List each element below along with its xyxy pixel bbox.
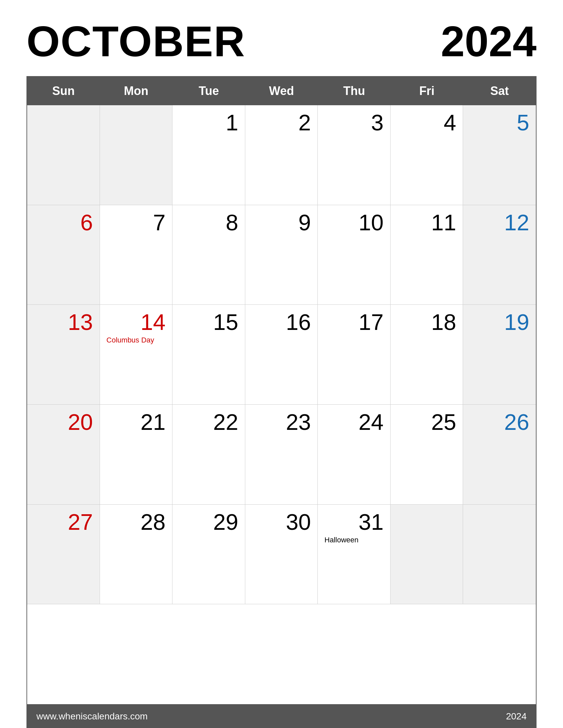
footer-website: www.wheniscalendars.com <box>36 711 148 722</box>
cell-w5-sat <box>463 505 536 605</box>
cell-oct-7: 7 <box>100 205 173 305</box>
date-28: 28 <box>107 511 166 533</box>
date-18: 18 <box>397 311 456 333</box>
date-4: 4 <box>397 111 456 134</box>
cell-oct-20: 20 <box>27 405 100 505</box>
date-29: 29 <box>179 511 238 533</box>
cell-oct-29: 29 <box>172 505 245 605</box>
calendar-header: OCTOBER 2024 <box>26 20 537 63</box>
header-sun: Sun <box>27 77 100 105</box>
cell-oct-23: 23 <box>245 405 318 505</box>
header-wed: Wed <box>245 77 318 105</box>
header-mon: Mon <box>100 77 173 105</box>
cell-oct-11: 11 <box>391 205 463 305</box>
cell-oct-1: 1 <box>172 105 245 205</box>
cell-oct-2: 2 <box>245 105 318 205</box>
cell-oct-16: 16 <box>245 305 318 405</box>
cell-oct-12: 12 <box>463 205 536 305</box>
cell-oct-3: 3 <box>318 105 391 205</box>
cell-oct-14: 14 Columbus Day <box>100 305 173 405</box>
date-5: 5 <box>470 111 529 134</box>
date-16: 16 <box>252 311 311 333</box>
cell-oct-17: 17 <box>318 305 391 405</box>
cell-oct-4: 4 <box>391 105 463 205</box>
date-10: 10 <box>324 211 384 234</box>
date-13: 13 <box>34 311 93 333</box>
cell-oct-26: 26 <box>463 405 536 505</box>
date-30: 30 <box>252 511 311 533</box>
cell-w1-mon <box>100 105 173 205</box>
date-19: 19 <box>470 311 529 333</box>
cell-oct-8: 8 <box>172 205 245 305</box>
cell-oct-22: 22 <box>172 405 245 505</box>
date-8: 8 <box>179 211 238 234</box>
header-sat: Sat <box>463 77 536 105</box>
cell-oct-30: 30 <box>245 505 318 605</box>
date-2: 2 <box>252 111 311 134</box>
cell-oct-21: 21 <box>100 405 173 505</box>
date-31: 31 <box>324 511 384 533</box>
cell-oct-19: 19 <box>463 305 536 405</box>
date-9: 9 <box>252 211 311 234</box>
cell-oct-6: 6 <box>27 205 100 305</box>
cell-oct-15: 15 <box>172 305 245 405</box>
cell-oct-9: 9 <box>245 205 318 305</box>
date-22: 22 <box>179 411 238 433</box>
cell-oct-24: 24 <box>318 405 391 505</box>
date-6: 6 <box>34 211 93 234</box>
footer-year: 2024 <box>506 711 527 722</box>
cell-oct-5: 5 <box>463 105 536 205</box>
cell-w1-sun <box>27 105 100 205</box>
date-23: 23 <box>252 411 311 433</box>
calendar-grid: 1 2 3 4 5 6 7 8 9 10 11 <box>27 105 536 704</box>
date-15: 15 <box>179 311 238 333</box>
date-12: 12 <box>470 211 529 234</box>
date-21: 21 <box>107 411 166 433</box>
header-fri: Fri <box>391 77 463 105</box>
cell-oct-27: 27 <box>27 505 100 605</box>
header-thu: Thu <box>318 77 391 105</box>
header-tue: Tue <box>172 77 245 105</box>
month-title: OCTOBER <box>26 20 246 63</box>
day-headers: Sun Mon Tue Wed Thu Fri Sat <box>27 77 536 105</box>
date-14: 14 <box>107 311 166 333</box>
cell-oct-31: 31 Halloween <box>318 505 391 605</box>
cell-oct-10: 10 <box>318 205 391 305</box>
cell-oct-28: 28 <box>100 505 173 605</box>
date-17: 17 <box>324 311 384 333</box>
date-24: 24 <box>324 411 384 433</box>
cell-oct-13: 13 <box>27 305 100 405</box>
calendar-footer: www.wheniscalendars.com 2024 <box>26 705 537 728</box>
year-title: 2024 <box>441 20 537 63</box>
cell-oct-18: 18 <box>391 305 463 405</box>
date-1: 1 <box>179 111 238 134</box>
halloween-label: Halloween <box>324 536 384 544</box>
date-26: 26 <box>470 411 529 433</box>
date-27: 27 <box>34 511 93 533</box>
date-25: 25 <box>397 411 456 433</box>
cell-w5-fri <box>391 505 463 605</box>
date-20: 20 <box>34 411 93 433</box>
cell-oct-25: 25 <box>391 405 463 505</box>
date-7: 7 <box>107 211 166 234</box>
calendar-container: Sun Mon Tue Wed Thu Fri Sat 1 2 3 4 5 6 … <box>26 76 537 705</box>
date-11: 11 <box>397 211 456 234</box>
columbus-day-label: Columbus Day <box>107 336 166 344</box>
date-3: 3 <box>324 111 384 134</box>
